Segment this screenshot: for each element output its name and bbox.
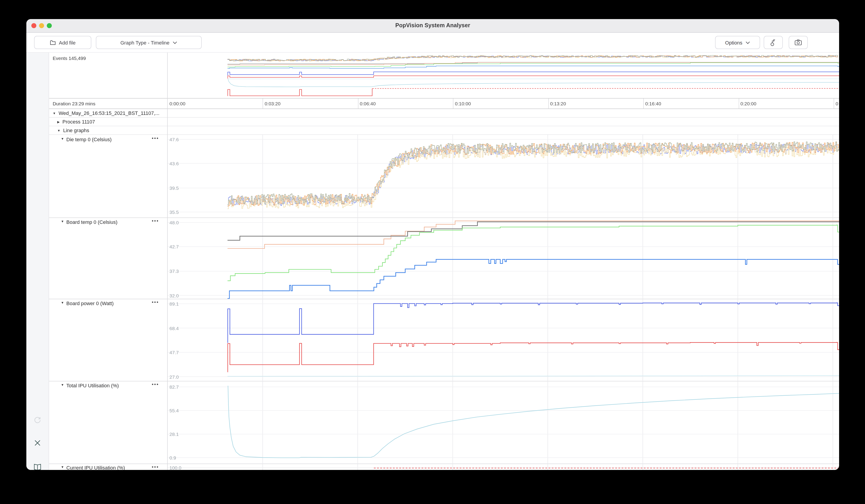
caret-down-icon[interactable]: ▼ [61, 301, 64, 304]
series-board-power-red [228, 342, 839, 372]
caret-down-icon[interactable]: ▼ [53, 109, 56, 118]
section-title: Board power 0 (Watt) [66, 301, 114, 306]
graph-type-label: Graph Type - Timeline [120, 40, 170, 45]
y-axis-tick-label: 37.3 [170, 269, 179, 274]
options-label: Options [725, 40, 742, 45]
time-axis-separator [358, 98, 358, 108]
events-count-label: Events 145,499 [53, 55, 86, 61]
caret-down-icon[interactable]: ▼ [61, 466, 64, 469]
caret-down-icon[interactable]: ▼ [61, 137, 64, 140]
caret-down-icon[interactable]: ▼ [57, 127, 60, 135]
graph-type-dropdown[interactable]: Graph Type - Timeline [96, 36, 202, 49]
section-label-cell[interactable]: ▼ Die temp 0 (Celsius) ••• [49, 135, 167, 218]
events-label-cell: Events 145,499 [49, 53, 167, 98]
caret-down-icon[interactable]: ▼ [61, 383, 64, 386]
total-ipu-chart[interactable] [168, 381, 839, 464]
section-menu-button[interactable]: ••• [152, 299, 159, 305]
die-temp-chart[interactable] [168, 135, 839, 218]
title-bar[interactable]: PopVision System Analyser [26, 19, 839, 33]
section-title: Board temp 0 (Celsius) [66, 219, 117, 225]
series-board-temp-gray [228, 222, 839, 240]
y-axis-tick-label: 39.5 [170, 185, 179, 191]
board-temp-chart[interactable] [168, 218, 839, 299]
chevron-down-icon [173, 41, 177, 44]
time-tick-label: 0:13:20 [550, 98, 566, 108]
screenshot-button[interactable] [789, 36, 808, 49]
time-tick-label: 0:06:40 [360, 98, 376, 108]
left-sidebar [26, 53, 49, 470]
caret-right-icon[interactable]: ▶ [57, 118, 60, 126]
tree-item-label: Line graphs [63, 128, 89, 133]
time-tick-label: 0:00:00 [170, 98, 185, 108]
y-axis-tick-label: 32.0 [170, 293, 179, 298]
y-axis-tick-label: 47.6 [170, 137, 179, 142]
series-btemp-green [228, 63, 839, 67]
y-axis-tick-label: 55.4 [170, 408, 179, 413]
section-menu-button[interactable]: ••• [152, 135, 159, 141]
y-axis-tick-label: 0.9 [170, 455, 176, 460]
add-file-label: Add file [59, 40, 76, 45]
camera-icon [795, 39, 802, 45]
time-axis-separator [834, 98, 834, 108]
section-menu-button[interactable]: ••• [152, 464, 159, 469]
series-die-wheat [228, 146, 839, 209]
series-total-ipu-cyan [228, 386, 839, 458]
y-axis-tick-label: 100.0 [170, 465, 182, 470]
time-tick-label: 0:03:20 [265, 98, 280, 108]
current-ipu-chart[interactable] [168, 464, 839, 470]
book-icon[interactable] [26, 464, 49, 470]
y-axis-tick-label: 68.4 [170, 325, 179, 331]
series-power-red [228, 75, 839, 78]
window-title: PopVision System Analyser [26, 19, 839, 32]
y-axis-tick-label: 35.5 [170, 209, 179, 215]
fahrenheit-icon [770, 39, 776, 46]
toolbar: Add file Graph Type - Timeline Options [26, 33, 839, 53]
y-axis-tick-label: 89.1 [170, 301, 179, 306]
y-axis-tick-label: 82.7 [170, 384, 179, 389]
series-ipu-cyan [228, 79, 839, 87]
series-die-sage [228, 142, 839, 204]
y-axis-tick-label: 43.6 [170, 161, 179, 166]
series-current-red-spikes [228, 89, 372, 96]
y-axis-tick-label: 48.0 [170, 220, 179, 225]
y-axis-tick-label: 28.1 [170, 431, 179, 437]
section-title: Total IPU Utilisation (%) [66, 383, 119, 388]
section-menu-button[interactable]: ••• [152, 382, 159, 387]
series-board-power-cyan [228, 375, 839, 376]
board-power-chart[interactable] [168, 299, 839, 381]
time-axis-separator [263, 98, 263, 108]
tree-item-label: Process 11107 [62, 119, 95, 125]
options-dropdown[interactable]: Options [715, 36, 760, 49]
app-window: PopVision System Analyser Add file Graph… [26, 19, 839, 470]
temperature-unit-button[interactable] [764, 36, 783, 49]
series-board-temp-green [228, 225, 839, 281]
label-column-divider [167, 53, 168, 470]
section-label-cell[interactable]: ▼ Current IPU Utilisation (%) ••• [49, 464, 167, 470]
section-label-cell[interactable]: ▼ Total IPU Utilisation (%) ••• [49, 381, 167, 464]
duration-cell: Duration 23:29 mins [49, 98, 167, 108]
y-axis-tick-label: 42.7 [170, 244, 179, 249]
section-label-cell[interactable]: ▼ Board power 0 (Watt) ••• [49, 299, 167, 381]
caret-down-icon[interactable]: ▼ [61, 220, 64, 223]
add-file-button[interactable]: Add file [34, 36, 91, 49]
refresh-icon[interactable] [26, 416, 49, 425]
time-axis-separator [739, 98, 739, 108]
time-axis-labels: 0:00:000:03:200:06:400:10:000:13:200:16:… [168, 98, 839, 108]
folder-icon [50, 40, 56, 45]
series-power-blue [228, 72, 839, 75]
series-board-temp-blue [228, 259, 839, 299]
duration-label: Duration 23:29 mins [53, 98, 95, 108]
section-title: Die temp 0 (Celsius) [66, 137, 112, 142]
tree-item-label: Wed_May_26_16:53:15_2021_BST_11107,... [59, 110, 160, 116]
events-overview-chart[interactable] [168, 53, 839, 98]
y-axis-tick-label: 27.0 [170, 374, 179, 379]
time-tick-label: 0:20:00 [740, 98, 757, 108]
screen: PopVision System Analyser Add file Graph… [0, 0, 865, 504]
main-panel: Events 145,499 Duration 23:29 mins 0:00:… [49, 53, 839, 470]
time-axis-separator [644, 98, 644, 108]
close-icon[interactable] [26, 439, 49, 448]
section-title: Current IPU Utilisation (%) [66, 465, 125, 470]
time-axis-separator [453, 98, 454, 108]
section-menu-button[interactable]: ••• [152, 218, 159, 223]
section-label-cell[interactable]: ▼ Board temp 0 (Celsius) ••• [49, 218, 167, 299]
